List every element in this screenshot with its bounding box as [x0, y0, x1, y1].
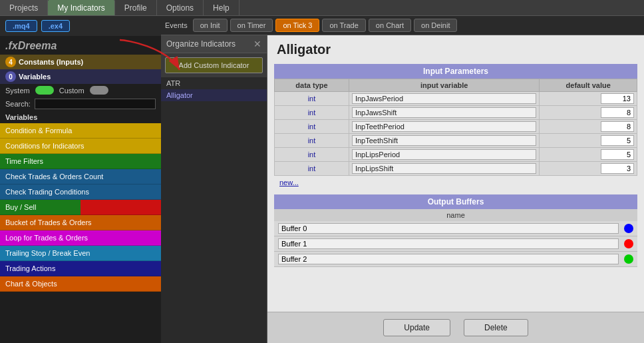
delete-button[interactable]: Delete [464, 319, 528, 336]
nav-trailing[interactable]: Trailing Stop / Break Even [0, 246, 161, 261]
events-bar: Events on Init on Timer on Tick 3 on Tra… [161, 16, 644, 35]
event-on-init[interactable]: on Init [193, 19, 228, 32]
param-type: int [308, 165, 316, 172]
output-name-col: name [274, 209, 637, 221]
param-variable-input[interactable] [352, 107, 537, 118]
input-params-header: Input Parameters [274, 64, 637, 79]
menu-my-indicators[interactable]: My Indicators [48, 0, 114, 15]
close-button[interactable]: ✕ [253, 39, 261, 49]
indicator-list: ATR Alligator [161, 77, 267, 343]
nav-chart-objects[interactable]: Chart & Objects [0, 276, 161, 292]
content-row: Organize Indicators ✕ Add Custom Indicat… [161, 35, 644, 343]
event-on-timer[interactable]: on Timer [230, 19, 273, 32]
col-default: default value [540, 79, 637, 92]
buffer-row [274, 252, 637, 267]
nav-bucket[interactable]: Bucket of Trades & Orders [0, 215, 161, 230]
param-default-input[interactable] [601, 163, 634, 174]
nav-check-trading[interactable]: Check Trading Conditions [0, 184, 161, 200]
add-custom-indicator-button[interactable]: Add Custom Indicator [165, 57, 263, 73]
col-type: data type [275, 79, 349, 92]
buffer-color-dot [624, 254, 633, 264]
custom-toggle[interactable] [90, 86, 108, 95]
param-default-input[interactable] [601, 135, 634, 146]
events-label: Events [165, 21, 188, 29]
buffer-input[interactable] [278, 223, 619, 234]
variables-badge: 0 [5, 71, 16, 82]
menu-profile[interactable]: Profile [115, 0, 157, 15]
app-logo: .fxDreema [0, 36, 161, 55]
param-variable-input[interactable] [352, 149, 537, 160]
event-on-tick[interactable]: on Tick 3 [275, 19, 319, 32]
buffer-input[interactable] [278, 254, 619, 264]
top-menu-bar: Projects My Indicators Profile Options H… [0, 0, 644, 16]
nav-condition-formula[interactable]: Condition & Formula [0, 123, 161, 139]
search-row: Search: [0, 97, 161, 111]
system-label: System [5, 87, 30, 95]
menu-projects[interactable]: Projects [0, 0, 48, 15]
param-variable-input[interactable] [352, 163, 537, 174]
param-type: int [308, 123, 316, 131]
search-label: Search: [5, 100, 31, 108]
variables-label: Variables [19, 73, 51, 81]
update-button[interactable]: Update [383, 319, 450, 336]
menu-options[interactable]: Options [157, 0, 204, 15]
constants-section-header[interactable]: 4 Constants (Inputs) [0, 55, 161, 69]
param-default-input[interactable] [601, 107, 634, 118]
input-params-section: Input Parameters data type input variabl… [274, 64, 637, 189]
table-row: int [275, 92, 637, 106]
buffer-color-dot [624, 239, 633, 248]
organize-header: Organize Indicators ✕ [161, 35, 267, 53]
constants-badge: 4 [5, 57, 16, 67]
table-row: int [275, 106, 637, 120]
indicator-title: Alligator [267, 35, 644, 61]
table-row: int [275, 162, 637, 176]
params-table: data type input variable default value i… [274, 79, 637, 176]
toggle-row: System Custom [0, 84, 161, 97]
system-toggle[interactable] [35, 86, 54, 95]
param-variable-input[interactable] [352, 135, 537, 146]
constants-label: Constants (Inputs) [19, 58, 83, 66]
left-panel: .mq4 .ex4 .fxDreema 4 Constants (Inputs)… [0, 16, 161, 343]
output-buffers-section: Output Buffers name [274, 194, 637, 267]
table-row: int [275, 134, 637, 148]
buffer-row [274, 221, 637, 236]
param-type: int [308, 137, 316, 145]
ex4-button[interactable]: .ex4 [41, 20, 70, 32]
nav-conditions-indicators[interactable]: Conditions for Indicators [0, 139, 161, 154]
search-input[interactable] [35, 99, 156, 109]
param-variable-input[interactable] [352, 93, 537, 104]
detail-panel: Alligator Input Parameters data type inp… [267, 35, 644, 343]
col-variable: input variable [349, 79, 540, 92]
main-area: Events on Init on Timer on Tick 3 on Tra… [161, 16, 644, 343]
param-default-input[interactable] [601, 93, 634, 104]
event-on-trade[interactable]: on Trade [322, 19, 365, 32]
param-variable-input[interactable] [352, 121, 537, 132]
nav-trading-actions[interactable]: Trading Actions [0, 261, 161, 276]
event-on-deinit[interactable]: on Deinit [414, 19, 457, 32]
action-buttons: Update Delete [267, 312, 644, 343]
variables-section-header[interactable]: 0 Variables [0, 69, 161, 84]
buffer-input[interactable] [278, 238, 619, 249]
buffer-color-dot [624, 224, 633, 233]
organize-panel: Organize Indicators ✕ Add Custom Indicat… [161, 35, 267, 343]
event-on-chart[interactable]: on Chart [369, 19, 411, 32]
menu-help[interactable]: Help [204, 0, 240, 15]
param-default-input[interactable] [601, 121, 634, 132]
param-type: int [308, 95, 316, 103]
table-row: int [275, 120, 637, 134]
vars-section-label: Variables [0, 111, 161, 123]
custom-label: Custom [59, 87, 84, 95]
nav-check-trades[interactable]: Check Trades & Orders Count [0, 169, 161, 184]
file-buttons: .mq4 .ex4 [0, 16, 161, 36]
table-row: int [275, 148, 637, 162]
nav-buy-sell[interactable]: Buy / Sell [0, 200, 161, 215]
param-default-input[interactable] [601, 149, 634, 160]
indicator-item-alligator[interactable]: Alligator [161, 89, 267, 101]
nav-time-filters[interactable]: Time Filters [0, 154, 161, 169]
nav-loop[interactable]: Loop for Trades & Orders [0, 230, 161, 246]
mq4-button[interactable]: .mq4 [5, 20, 37, 32]
organize-title: Organize Indicators [166, 39, 236, 49]
param-type: int [308, 151, 316, 159]
indicator-item-atr[interactable]: ATR [161, 77, 267, 89]
new-link[interactable]: new... [274, 176, 637, 189]
